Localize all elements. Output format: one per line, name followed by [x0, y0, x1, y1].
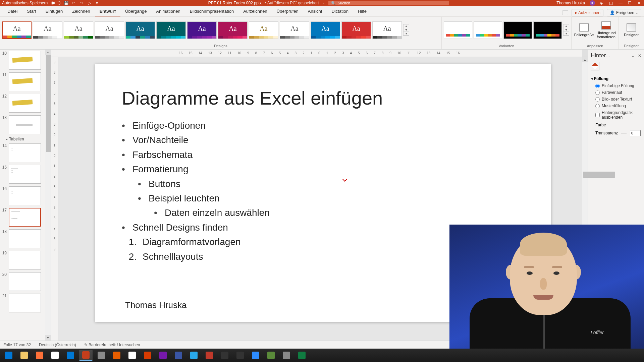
taskbar-visio[interactable]: [172, 350, 185, 361]
themes-more-button[interactable]: ▲▼▾: [403, 24, 409, 36]
slide-thumbnail[interactable]: ————▫▫▫▫▫▫: [9, 165, 41, 184]
list-item[interactable]: Formatierung: [122, 162, 524, 176]
slide-thumbnail[interactable]: [9, 72, 41, 91]
taskbar-telegram[interactable]: [187, 350, 201, 361]
maximize-icon[interactable]: ☐: [628, 1, 633, 5]
designer-button[interactable]: Designer: [621, 22, 642, 38]
taskbar-explorer[interactable]: [17, 350, 31, 361]
taskbar-vlc[interactable]: [110, 350, 123, 361]
taskbar-rec[interactable]: [233, 350, 247, 361]
close-icon[interactable]: ✕: [637, 1, 642, 5]
slide-title[interactable]: Diagramme aus Excel einfügen: [122, 87, 524, 109]
variants-more-button[interactable]: ▲▼▾: [563, 24, 569, 36]
theme-thumbnail[interactable]: Aa: [64, 21, 93, 39]
hide-bg-graphics-option[interactable]: Hintergrundgrafik ausblenden: [591, 109, 641, 121]
format-background-button[interactable]: Hintergrund formatieren: [596, 20, 616, 40]
fill-option[interactable]: Musterfüllung: [591, 103, 641, 109]
tab-animationen[interactable]: Animationen: [151, 7, 185, 16]
coming-soon-icon[interactable]: ◈: [600, 1, 604, 5]
list-item[interactable]: Buttons: [138, 177, 524, 191]
taskbar-start[interactable]: [2, 350, 15, 361]
tab-start[interactable]: Start: [22, 7, 41, 16]
fill-option[interactable]: Bild- oder Texturf: [591, 96, 641, 103]
slide-counter[interactable]: Folie 17 von 32: [3, 343, 31, 347]
scroll-up-icon[interactable]: ▲: [45, 50, 51, 55]
theme-thumbnail[interactable]: Aa: [341, 21, 371, 39]
slide-thumbnail[interactable]: [9, 94, 41, 113]
tab-überprüfen[interactable]: Überprüfen: [272, 7, 303, 16]
taskbar-app1[interactable]: [203, 350, 216, 361]
list-item[interactable]: Farbschemata: [122, 147, 524, 162]
qat-more-icon[interactable]: ▾: [96, 1, 101, 5]
taskbar-snip[interactable]: [125, 350, 139, 361]
start-show-icon[interactable]: ▷: [88, 1, 93, 5]
theme-thumbnail[interactable]: Aa: [372, 21, 402, 39]
transparency-slider[interactable]: [621, 133, 627, 133]
redo-icon[interactable]: ↷: [80, 1, 85, 5]
share-button[interactable]: 👤Freigeben⌄: [607, 9, 641, 16]
taskbar-notes[interactable]: [95, 350, 108, 361]
theme-thumbnail[interactable]: Aa: [95, 21, 124, 39]
title-dropdown-icon[interactable]: ⌄: [322, 1, 325, 5]
taskbar-outlook[interactable]: [64, 350, 77, 361]
theme-thumbnail[interactable]: Aa: [311, 21, 340, 39]
pane-close-icon[interactable]: ✕: [638, 53, 641, 58]
slide-size-button[interactable]: Foliengröße: [574, 22, 594, 38]
autosave-toggle[interactable]: [51, 1, 60, 5]
fill-section-header[interactable]: Füllung: [591, 75, 641, 82]
tab-ansicht[interactable]: Ansicht: [303, 7, 327, 16]
thumbnail-scrollbar[interactable]: ▲ ▼: [45, 50, 51, 341]
slide-thumbnail[interactable]: —————· ———· ———· ———: [9, 208, 41, 227]
save-icon[interactable]: 💾: [64, 1, 68, 5]
bullet-list-l3[interactable]: Daten einzeln auswählen: [154, 205, 524, 220]
list-item[interactable]: Einfüge-Optionen: [122, 118, 524, 133]
theme-thumbnail[interactable]: Aa: [280, 21, 309, 39]
transparency-input[interactable]: [630, 130, 641, 136]
variant-thumbnail[interactable]: [533, 21, 562, 39]
fill-radio[interactable]: [595, 90, 600, 95]
variant-thumbnail[interactable]: [474, 21, 502, 39]
slide-thumbnail[interactable]: [9, 229, 41, 248]
list-item[interactable]: Beispiel leuchten: [138, 191, 524, 205]
slide-footer[interactable]: Thomas Hruska: [125, 300, 187, 310]
comments-icon[interactable]: [562, 10, 568, 15]
hide-bg-checkbox[interactable]: [595, 113, 600, 117]
fill-category-icon[interactable]: [591, 62, 599, 70]
tab-dictation[interactable]: Dictation: [327, 7, 353, 16]
scroll-up-icon[interactable]: ▲: [582, 57, 588, 62]
taskbar-app2[interactable]: [280, 350, 293, 361]
theme-thumbnail[interactable]: Aa: [187, 21, 217, 39]
theme-thumbnail[interactable]: Aa: [2, 21, 32, 39]
minimize-icon[interactable]: —: [619, 1, 623, 5]
taskbar-firefox[interactable]: [33, 350, 46, 361]
accessibility-checker[interactable]: ✎ Barrierefreiheit: Untersuchen: [84, 343, 140, 347]
undo-icon[interactable]: ↶: [72, 1, 76, 5]
taskbar-camera[interactable]: [264, 350, 278, 361]
taskbar-todo[interactable]: [141, 350, 154, 361]
language-indicator[interactable]: Deutsch (Österreich): [39, 343, 76, 347]
ribbon-mode-icon[interactable]: ◫: [609, 1, 614, 5]
scroll-thumb[interactable]: [583, 172, 615, 178]
variant-thumbnail[interactable]: [444, 21, 472, 39]
user-avatar[interactable]: TH: [590, 0, 595, 6]
search-box[interactable]: 🔍 Suchen: [328, 1, 449, 5]
theme-thumbnail[interactable]: Aa: [249, 21, 278, 39]
slide-thumbnail[interactable]: [9, 51, 41, 70]
fill-option[interactable]: Einfarbige Füllung: [591, 82, 641, 89]
pane-options-icon[interactable]: ⌄: [631, 53, 635, 58]
fill-radio[interactable]: [595, 104, 600, 108]
tab-entwurf[interactable]: Entwurf: [95, 7, 120, 16]
taskbar-zoom[interactable]: [249, 350, 262, 361]
tab-datei[interactable]: Datei: [3, 7, 22, 16]
list-item[interactable]: Daten einzeln auswählen: [154, 205, 524, 220]
tab-zeichnen[interactable]: Zeichnen: [67, 7, 95, 16]
bullet-list[interactable]: Einfüge-OptionenVor/NachteileFarbschemat…: [122, 118, 524, 177]
slide-thumbnail[interactable]: ————▫▫▫▫▫▫: [9, 186, 41, 205]
list-item[interactable]: Vor/Nachteile: [122, 133, 524, 147]
tab-einfügen[interactable]: Einfügen: [41, 7, 67, 16]
scroll-thumb[interactable]: [46, 55, 51, 152]
taskbar-obs[interactable]: [218, 350, 231, 361]
tab-aufzeichnen[interactable]: Aufzeichnen: [238, 7, 272, 16]
taskbar-powerpoint[interactable]: [79, 350, 93, 361]
fill-option[interactable]: Farbverlauf: [591, 89, 641, 96]
